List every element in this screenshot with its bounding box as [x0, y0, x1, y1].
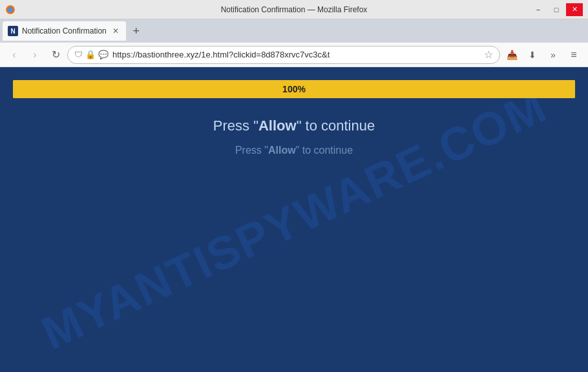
tab-favicon: N [8, 26, 18, 36]
address-bar[interactable]: 🛡 🔒 💬 ☆ [67, 46, 500, 64]
forward-button[interactable]: › [26, 46, 44, 64]
maximize-button[interactable]: □ [548, 3, 565, 16]
primary-message: Press "Allow" to continue [213, 118, 375, 134]
nav-bar: ‹ › ↻ 🛡 🔒 💬 ☆ 📥 ⬇ » ≡ [0, 43, 588, 67]
window-controls: − □ ✕ [530, 3, 583, 16]
allow-keyword-primary: Allow [258, 118, 297, 134]
close-button[interactable]: ✕ [566, 3, 583, 16]
progress-container: 100% [13, 80, 575, 98]
nav-right-controls: 📥 ⬇ » ≡ [503, 46, 583, 64]
back-button[interactable]: ‹ [5, 46, 23, 64]
progress-label: 100% [282, 84, 306, 94]
active-tab[interactable]: N Notification Confirmation ✕ [3, 21, 126, 41]
pocket-button[interactable]: 📥 [503, 46, 521, 64]
page-content: MYANTISPYWARE.COM 100% Press "Allow" to … [0, 67, 588, 372]
window-title: Notification Confirmation — Mozilla Fire… [221, 5, 368, 14]
allow-keyword-secondary: Allow [268, 145, 296, 156]
bookmark-button[interactable]: ☆ [484, 48, 493, 61]
reload-button[interactable]: ↻ [47, 46, 65, 64]
tab-bar: N Notification Confirmation ✕ + [0, 19, 588, 43]
menu-button[interactable]: ≡ [565, 46, 583, 64]
svg-text:N: N [10, 28, 15, 35]
download-button[interactable]: ⬇ [523, 46, 541, 64]
new-tab-button[interactable]: + [127, 22, 145, 40]
tab-close-button[interactable]: ✕ [110, 26, 121, 36]
url-input[interactable] [112, 50, 480, 59]
tab-label: Notification Confirmation [22, 26, 107, 36]
extensions-button[interactable]: » [544, 46, 562, 64]
title-bar: Notification Confirmation — Mozilla Fire… [0, 0, 588, 19]
shield-icon: 🛡 [74, 50, 83, 59]
title-bar-left [5, 5, 16, 15]
secondary-message: Press "Allow" to continue [235, 145, 353, 156]
firefox-icon [5, 5, 16, 15]
minimize-button[interactable]: − [530, 3, 547, 16]
security-icons: 🛡 🔒 💬 [74, 50, 109, 59]
lock-icon: 🔒 [85, 50, 96, 59]
notification-icon: 💬 [98, 50, 109, 59]
